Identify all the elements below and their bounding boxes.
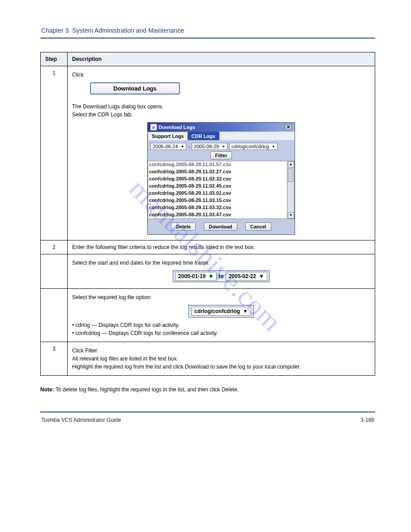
- list-item[interactable]: confcdrlog.2005-08-29.11.02.32.csv: [149, 176, 286, 183]
- list-item[interactable]: confcdrlog.2005-08-29.11.02.45.csv: [149, 183, 286, 190]
- footer-left: Toshiba VCS Administrator Guide: [41, 417, 121, 423]
- dialog-title: Download Logs: [158, 124, 195, 130]
- delete-button[interactable]: Delete: [171, 223, 196, 231]
- chevron-down-icon: ▼: [243, 308, 248, 314]
- header-rule: [40, 38, 375, 39]
- step-2: 2: [41, 240, 68, 254]
- ie-icon: e: [150, 124, 157, 130]
- dialog-titlebar: e Download Logs ✕: [148, 123, 295, 132]
- step-1-select-tab-text: Select the CDR Logs tab.: [72, 112, 370, 118]
- chapter-label: Chapter 3: [41, 27, 68, 34]
- note: Note: To delete log files, highlight the…: [40, 386, 375, 394]
- note-text: To delete log files, highlight the requi…: [56, 386, 239, 393]
- date-to-select[interactable]: 2005-08-29▼: [192, 143, 227, 150]
- list-item[interactable]: confcdrlog.2005-08-29.11.03.32.csv: [149, 204, 286, 211]
- close-icon[interactable]: ✕: [285, 124, 292, 130]
- footer-right: 3-169: [360, 417, 374, 423]
- step3-l3: Highlight the required log from the list…: [72, 364, 370, 370]
- step-1: 1: [41, 66, 68, 240]
- list-item[interactable]: confcdrlog.2005-08-29.11.03.47.csv: [149, 211, 286, 219]
- bullet-cdrlog: • cdrlog — Displays CDR logs for call ac…: [72, 322, 370, 328]
- chevron-down-icon: ▼: [180, 145, 184, 149]
- date-from-val: 2005-01-19: [178, 273, 206, 279]
- date-from-value: 2005-08-24: [153, 144, 178, 149]
- list-item[interactable]: confcdrlog.2005-08-29.11.02.27.csv: [149, 168, 286, 176]
- desc-header: Description: [68, 52, 375, 66]
- steps-table: Step Description 1 Click Download Logs T…: [40, 52, 375, 376]
- step-1-opens-text: The Download Logs dialog box opens.: [72, 103, 370, 110]
- download-logs-dialog: e Download Logs ✕ Support Logs CDR Logs …: [147, 122, 295, 235]
- list-item[interactable]: confcdrlog.2005-08-29.11.03.01.csv: [149, 190, 286, 197]
- chevron-down-icon: ▼: [259, 273, 264, 279]
- date-to-val: 2005-02-22: [229, 273, 256, 279]
- filter-button[interactable]: Filter: [210, 151, 232, 159]
- step3-l1: Click Filter.: [72, 348, 370, 354]
- date-to-value: 2005-08-29: [194, 144, 219, 149]
- to-label: to: [218, 273, 223, 279]
- step-1-click-text: Click: [72, 72, 84, 78]
- step-blank-a: [41, 254, 68, 289]
- log-file-list[interactable]: confcdrlog.2005-08-29.11.01.57.csv confc…: [148, 161, 287, 219]
- step-logtype-desc: Select the required log file option: cdr…: [68, 289, 375, 342]
- list-item[interactable]: confcdrlog.2005-08-29.11.01.57.csv: [149, 161, 286, 168]
- chevron-down-icon: ▼: [272, 145, 275, 149]
- date-to-combo[interactable]: 2005-02-22▼: [226, 272, 267, 281]
- scroll-down-icon[interactable]: ▼: [288, 212, 294, 219]
- scroll-thumb[interactable]: [288, 168, 293, 182]
- date-from-combo[interactable]: 2005-01-19▼: [175, 272, 217, 281]
- page-title: System Administration and Maintenance: [72, 27, 184, 34]
- date-range-group: 2005-01-19▼ to 2005-02-22▼: [173, 270, 270, 282]
- logtype-val: cdrlog/confcdrlog: [194, 308, 240, 314]
- bullet-confcdrlog: • confcdrlog — Displays CDR logs for con…: [72, 330, 370, 336]
- log-type-select[interactable]: cdrlog/confcdrlog▼: [229, 143, 278, 150]
- scrollbar[interactable]: ▲ ▼: [287, 161, 295, 219]
- download-button[interactable]: Download: [204, 223, 237, 231]
- logtype-combo[interactable]: cdrlog/confcdrlog▼: [191, 307, 251, 316]
- download-logs-button[interactable]: Download Logs: [90, 82, 180, 94]
- step-3-desc: Click Filter. All relevant log files are…: [68, 342, 375, 376]
- step-1-desc: Click Download Logs The Download Logs di…: [68, 66, 375, 240]
- logtype-text: Select the required log file option:: [72, 294, 370, 300]
- note-label: Note:: [40, 386, 56, 393]
- step-3: 3: [41, 342, 68, 376]
- list-item[interactable]: confcdrlog.2005-08-29.11.04.02.csv: [149, 219, 286, 219]
- log-type-value: cdrlog/confcdrlog: [231, 144, 269, 149]
- list-item[interactable]: confcdrlog.2005-08-29.11.03.15.csv: [149, 197, 286, 204]
- step3-l2: All relevant log files are listed in the…: [72, 356, 370, 362]
- dash-sep: -: [188, 144, 190, 149]
- cancel-button[interactable]: Cancel: [245, 223, 271, 231]
- scroll-up-icon[interactable]: ▲: [288, 161, 294, 167]
- date-from-select[interactable]: 2005-08-24▼: [150, 143, 186, 150]
- step-blank-b: [41, 289, 68, 342]
- chevron-down-icon: ▼: [208, 273, 214, 279]
- step-daterange-desc: Select the start and end dates for the r…: [68, 254, 375, 289]
- daterange-text: Select the start and end dates for the r…: [72, 260, 370, 266]
- chevron-down-icon: ▼: [222, 145, 225, 149]
- step-2-desc: Enter the following filter criteria to r…: [68, 240, 375, 254]
- tab-cdr-logs[interactable]: CDR Logs: [188, 132, 219, 140]
- tab-support-logs[interactable]: Support Logs: [148, 132, 188, 140]
- step-header: Step: [41, 52, 68, 66]
- footer-rule: [40, 412, 375, 412]
